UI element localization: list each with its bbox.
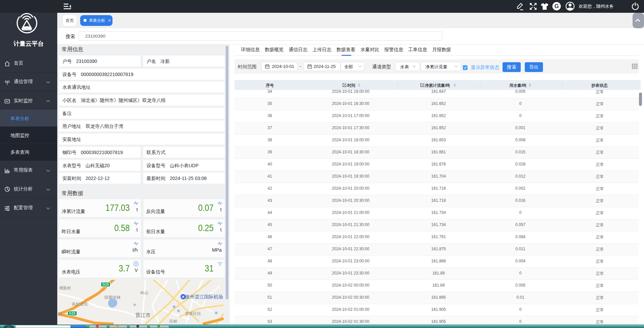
svg-text:田园张林: 田园张林 — [104, 295, 121, 300]
svg-text:镇: 镇 — [58, 312, 62, 316]
svg-text:风炉尼坑: 风炉尼坑 — [72, 302, 88, 306]
svg-text:塘新村: 塘新村 — [59, 286, 71, 290]
svg-text:晋江市: 晋江市 — [135, 312, 151, 318]
svg-text:泉州晋江国际机场: 泉州晋江国际机场 — [185, 294, 223, 299]
svg-text:G15: G15 — [69, 312, 75, 315]
svg-text:后林: 后林 — [169, 319, 178, 324]
svg-text:G15: G15 — [102, 283, 109, 286]
svg-text:峆山: 峆山 — [140, 290, 149, 295]
svg-text:杏坂社区: 杏坂社区 — [185, 311, 201, 316]
